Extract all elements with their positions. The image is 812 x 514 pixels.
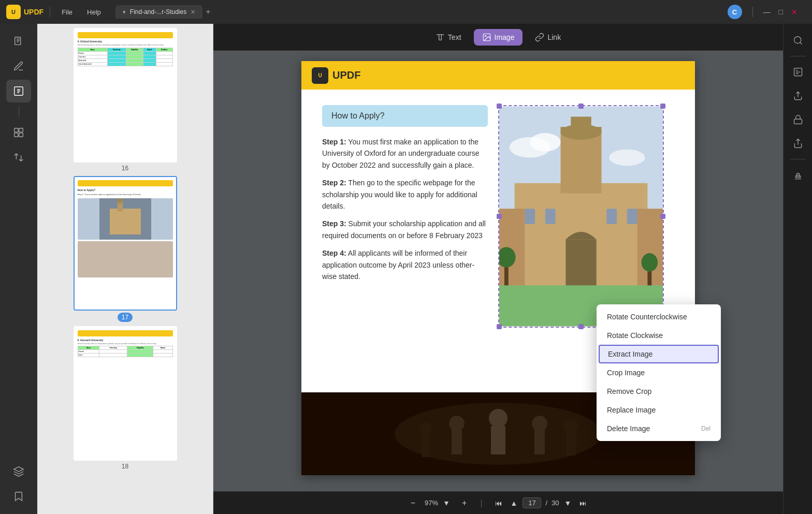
thumb17-content: How to Apply? Step 1: You must first mak…: [75, 177, 176, 310]
text-tool-btn[interactable]: Text: [427, 29, 470, 46]
app-logo-icon: U: [6, 5, 21, 19]
pdf-step-4-label: Step 4:: [322, 249, 346, 257]
thumb17-img: [78, 198, 173, 240]
pdf-image-selection[interactable]: [498, 105, 664, 328]
handle-tr[interactable]: [660, 104, 665, 109]
current-page-input[interactable]: [523, 497, 541, 508]
thumbnail-frame-16[interactable]: 4. Oxford University Oxford University o…: [74, 28, 177, 163]
zoom-in-btn[interactable]: +: [458, 496, 471, 510]
right-icon-stamp[interactable]: [788, 165, 808, 185]
titlebar: U UPDF File Help ▾ Find-and-...r-Studies…: [0, 0, 812, 24]
divider-1: [50, 7, 50, 17]
sidebar-icon-pages[interactable]: [6, 30, 31, 53]
sidebar-icon-bookmark[interactable]: [6, 485, 31, 508]
context-menu-crop[interactable]: Crop Image: [597, 363, 721, 382]
sidebar-icon-layers[interactable]: [6, 460, 31, 483]
svg-rect-46: [534, 430, 545, 454]
tab-dropdown-arrow[interactable]: ▾: [123, 9, 126, 16]
thumbnail-item-17[interactable]: How to Apply? Step 1: You must first mak…: [41, 176, 209, 322]
content-area: Text Image Link U UPDF: [213, 24, 783, 514]
pdf-step-1: Step 1: You must first make an applicati…: [322, 136, 488, 171]
minimize-btn[interactable]: —: [763, 8, 771, 16]
tab-close-btn[interactable]: ✕: [191, 9, 195, 16]
thumbnail-panel: 4. Oxford University Oxford University o…: [37, 24, 213, 514]
thumbnail-item-16[interactable]: 4. Oxford University Oxford University o…: [41, 28, 209, 172]
titlebar-right: C — □ ✕: [215, 5, 806, 19]
svg-point-45: [532, 416, 547, 431]
image-tool-label: Image: [495, 33, 515, 41]
next-page-btn[interactable]: ▼: [561, 497, 574, 509]
svg-point-47: [419, 422, 432, 435]
zoom-divider: |: [476, 498, 486, 508]
last-page-btn[interactable]: ⏭: [576, 497, 590, 509]
pdf-logo-icon: U: [312, 67, 328, 84]
close-btn[interactable]: ✕: [791, 8, 798, 16]
first-page-btn[interactable]: ⏮: [492, 497, 505, 509]
active-tab[interactable]: ▾ Find-and-...r-Studies ✕: [115, 5, 202, 19]
delete-label: Delete Image: [607, 424, 650, 433]
thumbnail-frame-17[interactable]: How to Apply? Step 1: You must first mak…: [74, 176, 177, 311]
svg-point-14: [485, 35, 486, 36]
right-divider-1: [790, 56, 806, 56]
right-icon-share[interactable]: [788, 133, 808, 154]
handle-bl[interactable]: [497, 324, 502, 329]
sidebar-icon-organize[interactable]: [6, 121, 31, 144]
svg-rect-6: [19, 128, 23, 132]
thumb16-text: Oxford University offers a variety of sc…: [78, 44, 173, 46]
tab-add-btn[interactable]: +: [206, 7, 210, 17]
svg-rect-7: [15, 133, 18, 137]
right-icon-ocr[interactable]: [788, 62, 808, 82]
pdf-page-header: U UPDF: [301, 61, 695, 90]
context-menu-extract[interactable]: Extract Image: [599, 345, 719, 363]
right-divider-2: [790, 159, 806, 159]
thumb17-text: Step 1: You must first make an applicati…: [78, 193, 173, 196]
sidebar-icon-annotate[interactable]: [6, 80, 31, 102]
context-menu-delete[interactable]: Delete Image Del: [597, 419, 721, 438]
divider-2: [752, 7, 753, 17]
link-tool-btn[interactable]: Link: [527, 29, 569, 46]
right-icon-export[interactable]: [788, 85, 808, 106]
zoom-dropdown-btn[interactable]: ▾: [440, 496, 453, 510]
sidebar-icon-convert[interactable]: [6, 146, 31, 169]
bottom-bar: − 97% ▾ + | ⏮ ▲ / 30 ▼ ⏭: [213, 491, 783, 514]
pdf-how-to-apply: How to Apply?: [322, 105, 488, 127]
thumbnail-item-18[interactable]: 5. Harvard University Harvard University…: [41, 326, 209, 470]
menu-file[interactable]: File: [56, 6, 78, 18]
remove-crop-label: Remove Crop: [607, 387, 651, 395]
context-menu-rotate-ccw[interactable]: Rotate Counterclockwise: [597, 307, 721, 326]
zoom-out-btn[interactable]: −: [407, 496, 419, 510]
extract-label: Extract Image: [608, 350, 653, 358]
right-sidebar: [783, 24, 812, 514]
menu-help[interactable]: Help: [82, 6, 106, 18]
context-menu: Rotate Counterclockwise Rotate Clockwise…: [597, 304, 721, 441]
handle-bm[interactable]: [578, 324, 584, 329]
maximize-btn[interactable]: □: [779, 8, 783, 16]
handle-ml[interactable]: [497, 214, 502, 219]
context-menu-replace[interactable]: Replace Image: [597, 401, 721, 419]
thumb16-content: 4. Oxford University Oxford University o…: [75, 29, 176, 161]
sidebar-icon-edit[interactable]: [6, 55, 31, 78]
svg-point-49: [563, 419, 578, 433]
svg-rect-8: [19, 133, 23, 137]
rotate-cw-label: Rotate Clockwise: [607, 331, 663, 340]
right-icon-search[interactable]: [788, 30, 808, 51]
svg-point-12: [118, 198, 123, 203]
thumb17-header: [78, 180, 173, 186]
prev-page-btn[interactable]: ▲: [508, 497, 521, 509]
pdf-logo-text: UPDF: [332, 69, 360, 81]
pdf-text-column: How to Apply? Step 1: You must first mak…: [322, 105, 488, 328]
handle-tl[interactable]: [497, 104, 502, 109]
right-icon-protect[interactable]: [788, 109, 808, 130]
svg-rect-50: [567, 432, 576, 456]
left-sidebar: [0, 24, 37, 514]
image-tool-btn[interactable]: Image: [474, 29, 523, 46]
thumb17-building-svg: [78, 198, 173, 240]
pdf-viewer[interactable]: U UPDF How to Apply? Step 1: You must fi…: [213, 51, 783, 491]
context-menu-rotate-cw[interactable]: Rotate Clockwise: [597, 326, 721, 345]
context-menu-remove-crop[interactable]: Remove Crop: [597, 382, 721, 401]
handle-tm[interactable]: [578, 104, 584, 109]
handle-mr[interactable]: [660, 214, 665, 219]
replace-label: Replace Image: [607, 406, 656, 414]
user-avatar[interactable]: C: [728, 5, 742, 19]
thumbnail-frame-18[interactable]: 5. Harvard University Harvard University…: [74, 326, 177, 461]
